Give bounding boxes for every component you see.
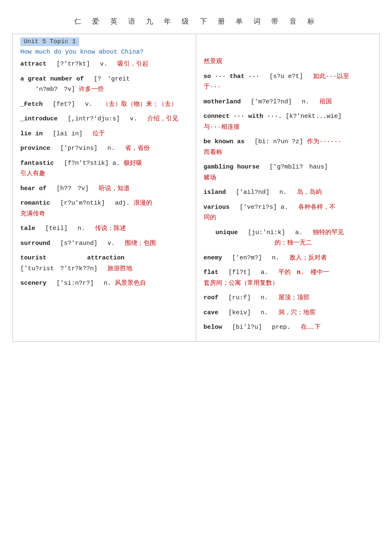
pos-tale: n. — [78, 225, 91, 232]
meaning-cave: 洞，穴；地窖 — [278, 309, 316, 316]
pos-fantastic: a. — [112, 160, 120, 167]
phonetic-hear-of: [h?? ?v] — [50, 185, 95, 192]
entry-so-that: so ··· that ··· [s?u e?t] 如此···以至于··· — [204, 71, 375, 93]
entry-cave: cave [keiv] n. 洞，穴；地窖 — [204, 308, 375, 318]
phonetic-province: ['pr?vins] — [54, 145, 104, 152]
phonetic-tourist-attraction: ['tu?rist ?'tr?k??n] — [20, 265, 104, 272]
phonetic-unique: [ju:'ni:k] — [242, 229, 292, 236]
entry-tale: tale [teil] n. 传说；陈述 — [20, 223, 192, 234]
pos-scenery: n. — [104, 280, 111, 287]
entry-enemy: enemy ['en?m?] n. 敌人；反对者 — [204, 253, 375, 264]
meaning-motherland: 祖国 — [319, 98, 332, 105]
word-lie-in: lie in — [20, 130, 43, 137]
word-introduce: _introduce — [20, 115, 58, 122]
meaning-great-number: 许多一些 — [79, 86, 104, 93]
word-unique: unique — [216, 229, 238, 236]
meaning-fetch: （去）取（物）来；（去） — [102, 101, 177, 108]
entry-province: province ['pr?vins] n. 省，省份 — [20, 143, 192, 154]
pos-motherland: n. — [302, 98, 316, 105]
entry-lie-in: lie in [lai in] 位于 — [20, 129, 192, 139]
word-gambling-hourse: gambling hourse — [204, 164, 260, 171]
word-connect-with: connect ··· with ···. — [204, 113, 282, 120]
entry-gambling-hourse: gambling hourse ['g?mbli? haus] 赌场 — [204, 162, 375, 183]
word-tale: tale — [20, 225, 35, 232]
word-roof: roof — [204, 294, 219, 301]
meaning-enemy: 敌人；反对者 — [290, 254, 327, 262]
pos-romantic: adj. — [115, 200, 130, 207]
word-fantastic: fantastic — [20, 160, 54, 167]
entry-fantastic: fantastic [f?n't?stik] a. 极好吸引人有趣 — [20, 158, 192, 179]
meaning-lie-in: 位于 — [93, 130, 105, 137]
phonetic-below: [bi'l?u] — [226, 324, 268, 331]
word-flat: flat — [204, 269, 219, 276]
pos-below: prep. — [272, 324, 297, 331]
phonetic-fantastic: [f?n't?stik] — [58, 160, 109, 167]
phonetic-introduce: [,intr?'dju:s] — [61, 115, 126, 122]
word-surround: surround — [20, 240, 50, 247]
phonetic-cave: [keiv] — [222, 309, 257, 316]
word-attract: attract — [20, 61, 46, 68]
word-scenery: scenery — [20, 280, 46, 287]
entry-various: various ['ve?ri?s] a. 各种各样，不同的 — [204, 202, 375, 223]
word-romantic: romantic — [20, 200, 50, 207]
pos-various: a. — [281, 204, 295, 211]
phonetic-so-that: [s?u e?t] — [263, 73, 309, 80]
word-fetch: _Fetch — [20, 101, 43, 108]
word-enemy: enemy — [204, 254, 222, 262]
phonetic-gambling-hourse: ['g?mbli? haus] — [263, 164, 328, 171]
phonetic-lie-in: [lai in] — [46, 130, 89, 137]
entry-romantic: romantic [r?u'm?ntik] adj. 浪漫的充满传奇 — [20, 198, 192, 219]
meaning-tourist-attraction: 旅游胜地 — [107, 265, 132, 272]
entry-tourist-attraction: tourist attraction ['tu?rist ?'tr?k??n] … — [20, 253, 192, 274]
phonetic-motherland: ['m?e?l?nd] — [245, 98, 298, 105]
entry-introduce: _introduce [,intr?'dju:s] v. 介绍，引见 — [20, 114, 192, 125]
meaning-introduce: 介绍，引见 — [147, 115, 178, 122]
pos-province: n. — [107, 145, 121, 152]
entry-attract: attract [?'tr?kt] v. 吸引，引起 — [20, 59, 192, 70]
meaning-gambling-hourse: 赌场 — [204, 174, 216, 181]
subtitle: How much do you know about China? — [20, 49, 192, 56]
phonetic-be-known-as: [bi: n?un ?z] — [248, 138, 303, 145]
entry-flat: flat [fl?t] a. 平的 n. 楼中一套房间；公寓（常用复数） — [204, 267, 375, 289]
entry-unique: unique [ju:'ni:k] a. 独特的罕见 的；独一无二 — [204, 227, 375, 249]
word-attraction: attraction — [87, 254, 124, 262]
meaning-surround: 围绕；包围 — [125, 240, 156, 247]
left-column: Unit 5 Topic 1 How much do you know abou… — [13, 34, 196, 341]
phonetic-island: ['ail?nd] — [230, 189, 276, 196]
phonetic-attract: [?'tr?kt] — [50, 61, 96, 68]
entry-hear-of: hear of [h?? ?v] 听说，知道 — [20, 183, 192, 194]
entry-motherland: motherland ['m?e?l?nd] n. 祖国 — [204, 97, 375, 108]
entry-below: below [bi'l?u] prep. 在……下 — [204, 322, 375, 333]
phonetic-tale: [teil] — [39, 225, 74, 232]
meaning-below: 在……下 — [301, 324, 321, 331]
phonetic-various: ['ve?ri?s] — [234, 204, 277, 211]
phonetic-connect-with: [k?'nekt...wie] — [286, 113, 342, 120]
word-tourist: tourist — [20, 254, 46, 262]
entry-surround: surround [s?'raund] v. 围绕；包围 — [20, 238, 192, 249]
phonetic-surround: [s?'raund] — [54, 240, 104, 247]
word-motherland: motherland — [204, 98, 241, 105]
word-be-known-as: be known as — [204, 138, 245, 145]
meaning-province: 省，省份 — [125, 145, 150, 152]
phonetic-romantic: [r?u'm?ntik] — [54, 200, 111, 207]
pos-unique: a. — [295, 229, 309, 236]
pos-cave: n. — [261, 309, 275, 316]
word-island: island — [204, 189, 226, 196]
pos-flat-a: a. — [261, 269, 275, 276]
pos-introduce: v. — [130, 115, 144, 122]
right-column: 然景观 so ··· that ··· [s?u e?t] 如此···以至于··… — [196, 34, 380, 341]
meaning-hear-of: 听说，知道 — [99, 185, 130, 192]
pos-roof: n. — [261, 294, 275, 301]
word-below: below — [204, 324, 222, 331]
unit-topic: Unit 5 Topic 1 — [20, 37, 79, 46]
meaning-roof: 屋顶；顶部 — [278, 294, 309, 301]
entry-scenery: scenery ['si:n?r?] n. 风景景色自 — [20, 278, 192, 289]
entry-island: island ['ail?nd] n. 岛，岛屿 — [204, 187, 375, 198]
entry-fetch: _Fetch [fet?] v. （去）取（物）来；（去） — [20, 99, 192, 110]
word-great-number: a great number of — [20, 76, 84, 83]
meaning-attract: 吸引，引起 — [117, 61, 149, 68]
entry-natural: 然景观 — [204, 56, 375, 67]
pos-island: n. — [280, 189, 293, 196]
meaning-connect-with: 与···相连接 — [204, 124, 240, 131]
word-hear-of: hear of — [20, 185, 46, 192]
